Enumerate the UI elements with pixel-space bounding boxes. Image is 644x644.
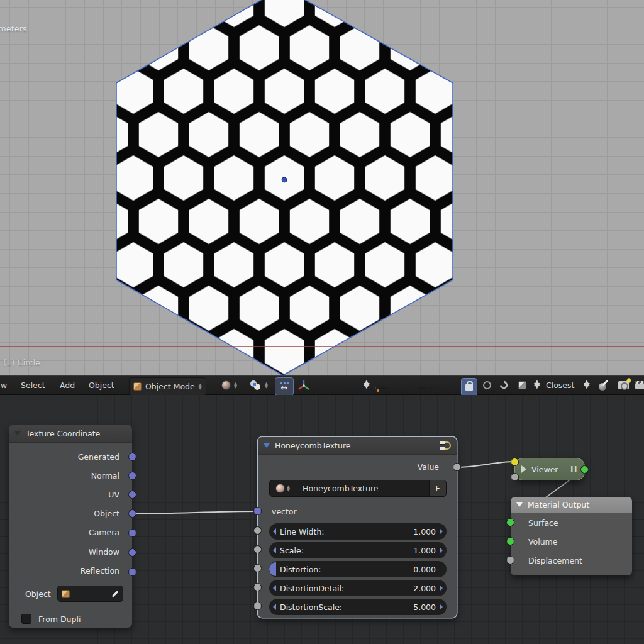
socket-out-uv[interactable]	[128, 491, 136, 499]
datablock-name-field[interactable]: HoneycombTexture	[296, 480, 429, 496]
menu-add[interactable]: Add	[60, 376, 75, 394]
collapse-triangle-icon[interactable]	[264, 443, 270, 448]
node-texture-coordinate[interactable]: Texture Coordinate Generated Normal UV O…	[9, 425, 132, 628]
viewport-header-bar: w Select Add Object Object Mode ↔	[0, 375, 644, 395]
axis-orientation-widget[interactable]	[297, 376, 310, 394]
output-row: Object	[9, 504, 132, 523]
socket-in-scale[interactable]	[253, 545, 262, 553]
node-title: Texture Coordinate	[26, 429, 100, 438]
node-header[interactable]: Texture Coordinate	[9, 425, 132, 443]
slider-left-arrow-icon[interactable]	[273, 585, 276, 591]
socket-in-viewer-value[interactable]	[511, 473, 519, 481]
datablock-icon-segment[interactable]	[270, 480, 296, 496]
output-row: Camera	[9, 523, 132, 542]
layer-buttons-group-2[interactable]	[418, 379, 436, 397]
socket-in-distortion-detail[interactable]	[253, 583, 262, 591]
menu-view-partial[interactable]: w	[1, 376, 7, 394]
object-cube-icon	[62, 590, 70, 598]
object-datablock-field[interactable]	[57, 586, 123, 602]
honeycomb-object[interactable]	[0, 0, 644, 375]
opengl-render-image-button[interactable]	[618, 376, 629, 394]
input-row: Surface	[511, 513, 632, 532]
node-viewer[interactable]: Viewer II	[514, 458, 585, 480]
nodegroup-datablock[interactable]: HoneycombTexture F	[269, 480, 447, 497]
socket-in-distortion[interactable]	[253, 564, 262, 572]
opengl-render-button[interactable]	[599, 376, 609, 394]
object-field-label: Object	[25, 589, 51, 599]
expand-triangle-icon[interactable]	[521, 465, 526, 473]
node-header[interactable]: HoneycombTexture	[258, 437, 457, 455]
layer-buttons-group-1[interactable]	[375, 379, 393, 397]
render-camera-icon	[618, 381, 629, 389]
output-row: UV	[9, 485, 132, 504]
socket-out-generated[interactable]	[128, 453, 136, 461]
slider-left-arrow-icon[interactable]	[273, 547, 276, 553]
snap-toggle-button[interactable]	[501, 376, 508, 394]
slider-right-arrow-icon[interactable]	[440, 585, 443, 591]
socket-in-viewer-image[interactable]	[511, 458, 519, 466]
slider-right-arrow-icon[interactable]	[440, 547, 443, 553]
proportional-edit-button[interactable]	[483, 376, 491, 394]
pivot-icon	[250, 380, 262, 391]
material-sphere-icon	[275, 484, 285, 493]
socket-out-reflection[interactable]	[128, 568, 136, 576]
mode-selector[interactable]: Object Mode	[129, 377, 206, 396]
socket-in-line-width[interactable]	[253, 526, 262, 535]
3d-viewport[interactable]: meters (1) Circle	[0, 0, 644, 375]
vector-input-row: vector	[258, 502, 457, 521]
node-honeycomb-texture[interactable]: HoneycombTexture Value HoneycombTexture …	[258, 437, 457, 618]
node-editor[interactable]: Texture Coordinate Generated Normal UV O…	[0, 395, 644, 644]
translate-manipulator-button[interactable]: ↔	[275, 377, 294, 396]
viewport-unit-text: meters	[0, 24, 27, 33]
socket-in-surface[interactable]	[506, 518, 514, 526]
slider-distortion-detail[interactable]: DistortionDetail: 2.000	[269, 580, 447, 596]
layer-1-active[interactable]	[375, 387, 376, 389]
pivot-point-selector[interactable]	[250, 376, 268, 394]
slider-right-arrow-icon[interactable]	[440, 528, 443, 535]
snap-target-selector[interactable]: Closest	[546, 376, 574, 394]
object-mode-cube-icon	[133, 382, 142, 391]
node-header[interactable]: Material Output	[511, 497, 632, 513]
from-dupli-checkbox[interactable]	[21, 614, 31, 624]
slider-scale[interactable]: Scale: 1.000	[269, 542, 447, 558]
input-row: Volume	[511, 532, 632, 551]
menu-object[interactable]: Object	[89, 376, 114, 394]
socket-out-value[interactable]	[453, 463, 461, 471]
socket-out-camera[interactable]	[128, 529, 136, 537]
slider-distortion-scale[interactable]: DistortionScale: 5.000	[269, 599, 447, 615]
fake-user-button[interactable]: F	[429, 480, 446, 496]
socket-out-normal[interactable]	[128, 472, 136, 480]
opengl-render-icon	[599, 380, 609, 391]
menu-select[interactable]: Select	[21, 376, 45, 394]
socket-out-viewer[interactable]	[580, 465, 589, 474]
from-dupli-label: From Dupli	[38, 614, 80, 624]
object-origin-dot	[282, 177, 287, 182]
slider-right-arrow-icon[interactable]	[440, 604, 443, 610]
proportional-edit-icon	[483, 381, 491, 389]
opengl-render-anim-button[interactable]	[635, 376, 644, 394]
lock-to-scene-button[interactable]	[461, 378, 477, 396]
collapse-triangle-icon[interactable]	[516, 502, 523, 507]
socket-in-vector[interactable]	[253, 507, 262, 515]
collapse-triangle-icon[interactable]	[14, 431, 21, 436]
socket-out-window[interactable]	[128, 548, 136, 557]
output-row: Window	[9, 542, 132, 561]
output-row: Normal	[9, 466, 132, 485]
slider-distortion[interactable]: Distortion: 0.000	[269, 561, 447, 577]
viewport-shading-selector[interactable]	[221, 376, 237, 394]
eyedropper-icon[interactable]	[112, 591, 119, 597]
slider-left-arrow-icon[interactable]	[273, 528, 276, 535]
value-output-row: Value	[258, 458, 457, 475]
socket-in-distortion-scale[interactable]	[253, 602, 262, 610]
node-group-icon[interactable]	[438, 441, 451, 451]
output-row: Generated	[9, 447, 132, 466]
socket-in-displacement[interactable]	[506, 556, 514, 564]
socket-in-volume[interactable]	[506, 537, 514, 545]
snap-element-button[interactable]	[518, 376, 526, 394]
node-material-output[interactable]: Material Output Surface Volume Displacem…	[511, 497, 632, 575]
slider-left-arrow-icon[interactable]	[273, 604, 276, 610]
socket-out-object[interactable]	[128, 509, 136, 518]
slider-line-width[interactable]: Line Width: 1.000	[269, 523, 447, 540]
chevron-updown-icon	[199, 384, 202, 389]
viewer-mute-icon[interactable]: II	[570, 465, 578, 474]
